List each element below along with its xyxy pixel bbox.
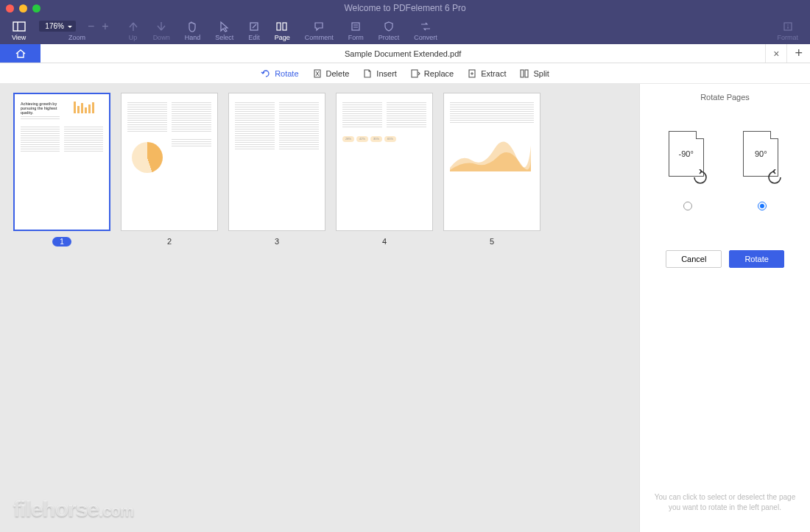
svg-rect-3 [277,23,281,30]
form-icon [351,20,361,33]
document-tab[interactable]: Sample Document Extended.pdf [40,44,765,63]
window-controls [6,4,40,13]
close-window-button[interactable] [6,4,14,13]
arrow-up-icon [128,20,138,33]
rotate-button[interactable]: Rotate [729,250,783,268]
zoom-in-button[interactable]: + [102,20,108,33]
page-number: 4 [382,237,387,246]
document-tab-label: Sample Document Extended.pdf [345,49,461,58]
main-toolbar: View 176% − + Zoom Up Down Hand Select E… [0,16,810,44]
form-button[interactable]: Form [341,16,371,44]
page-preview: 28% 42% 35% 65% [336,93,433,231]
panel-hint: You can click to select or deselect the … [650,492,800,523]
svg-rect-5 [352,23,359,30]
cursor-icon [219,20,230,33]
radio-neg90[interactable] [683,202,692,210]
down-button[interactable]: Down [146,16,177,44]
split-tool[interactable]: Split [519,68,549,79]
page-thumbnail-3[interactable]: 3 [228,93,325,246]
watermark: filehorse.com [13,497,133,522]
zoom-window-button[interactable] [32,4,40,13]
page-thumbnail-2[interactable]: 2 [121,93,218,246]
page-preview [443,93,540,231]
page-number: 3 [275,237,279,246]
svg-rect-14 [412,70,418,77]
delete-icon [312,68,323,79]
radio-pos90[interactable] [758,202,767,210]
delete-tool[interactable]: Delete [312,68,350,79]
extract-tool[interactable]: Extract [467,68,506,79]
hand-icon [187,20,197,33]
arrow-down-icon [156,20,166,33]
rotate-icon [261,68,271,79]
select-button[interactable]: Select [208,16,241,44]
extract-icon [467,68,477,79]
replace-tool[interactable]: Replace [410,68,454,79]
titlebar: Welcome to PDFelement 6 Pro [0,0,810,16]
page-number: 5 [490,237,494,246]
edit-icon [249,20,259,33]
info-icon [783,20,793,33]
page-preview [228,93,325,231]
rotate-tool[interactable]: Rotate [261,68,298,79]
svg-rect-17 [525,70,528,77]
page-subtoolbar: Rotate Delete Insert Replace Extract Spl… [0,63,810,84]
close-tab-button[interactable]: × [765,44,786,63]
view-icon [13,20,26,33]
tab-bar: Sample Document Extended.pdf × + [0,44,810,63]
up-button[interactable]: Up [121,16,146,44]
page-thumbnail-1[interactable]: Achieving growth by pursuing the highest… [13,93,110,247]
home-tab[interactable] [0,44,40,63]
page-thumbnail-5[interactable]: 5 [443,93,540,246]
zoom-control: 176% − + Zoom [33,20,120,41]
comment-icon [314,20,324,33]
thumbnails-pane: Achieving growth by pursuing the highest… [0,84,639,532]
page-icon [276,20,288,33]
shield-icon [384,20,394,33]
rotate-pos90-option[interactable]: 90° [740,131,784,210]
edit-button[interactable]: Edit [241,16,267,44]
panel-title: Rotate Pages [650,93,800,102]
svg-rect-4 [283,23,286,30]
rotate-ccw-icon [692,169,708,185]
format-button[interactable]: Format [770,16,806,44]
add-tab-button[interactable]: + [786,44,810,63]
insert-icon [362,68,373,79]
page-number-badge: 1 [52,237,71,247]
page-thumbnail-4[interactable]: 28% 42% 35% 65% 4 [336,93,433,246]
home-icon [15,49,27,59]
cancel-button[interactable]: Cancel [666,250,722,268]
view-button[interactable]: View [4,16,33,44]
hand-button[interactable]: Hand [177,16,208,44]
zoom-out-button[interactable]: − [88,20,94,33]
page-preview [121,93,218,231]
zoom-dropdown[interactable]: 176% [39,21,76,32]
rotate-neg90-option[interactable]: -90° [666,131,710,210]
rotate-panel: Rotate Pages -90° 90° Cancel Rotate You [639,84,810,532]
split-icon [519,68,529,79]
convert-button[interactable]: Convert [406,16,445,44]
protect-button[interactable]: Protect [371,16,407,44]
insert-tool[interactable]: Insert [362,68,397,79]
replace-icon [410,68,420,79]
rotate-cw-icon [767,169,783,185]
svg-rect-0 [13,22,25,31]
window-title: Welcome to PDFelement 6 Pro [0,3,810,13]
minimize-window-button[interactable] [19,4,27,13]
svg-point-9 [787,24,789,26]
main-area: Achieving growth by pursuing the highest… [0,84,810,532]
comment-button[interactable]: Comment [297,16,341,44]
svg-rect-16 [521,70,524,77]
page-button[interactable]: Page [267,16,297,44]
convert-icon [420,20,432,33]
page-preview: Achieving growth by pursuing the highest… [13,93,110,231]
page-number: 2 [167,237,172,246]
